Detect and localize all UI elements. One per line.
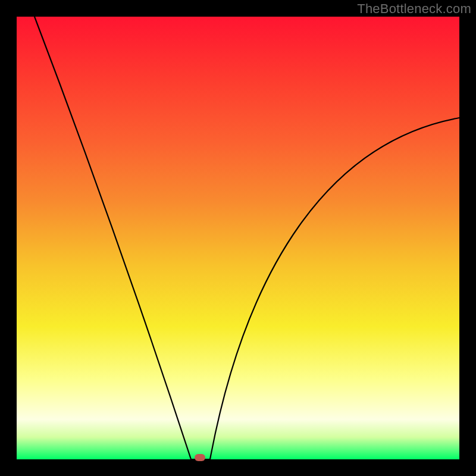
optimal-marker — [195, 454, 205, 461]
watermark-text: TheBottleneck.com — [357, 1, 471, 17]
bottleneck-curve — [35, 17, 459, 459]
curve-svg — [17, 17, 459, 459]
chart-frame: TheBottleneck.com — [0, 0, 476, 476]
